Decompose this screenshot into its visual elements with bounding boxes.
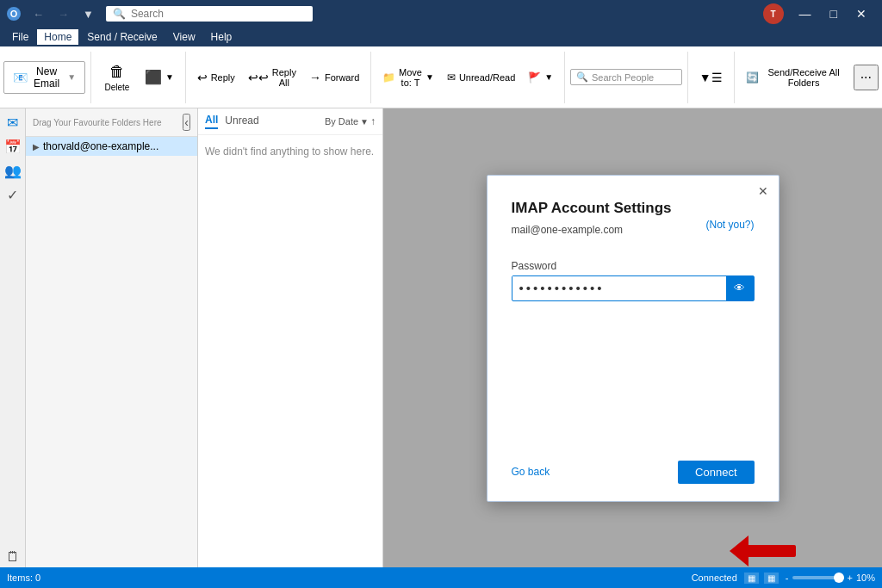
zoom-slider[interactable] xyxy=(792,576,844,579)
dialog-close-button[interactable]: ✕ xyxy=(755,183,772,200)
tab-unread[interactable]: Unread xyxy=(225,115,258,128)
unread-icon: ✉ xyxy=(447,71,456,84)
search-people-icon: 🔍 xyxy=(576,71,588,83)
menu-bar: File Home Send / Receive View Help xyxy=(0,28,882,46)
sidebar-item-calendar[interactable]: 📅 xyxy=(3,136,23,157)
move-to-button[interactable]: 📁 Move to: T ▼ xyxy=(376,63,440,92)
dialog-title: IMAP Account Settings xyxy=(512,200,755,217)
menu-home[interactable]: Home xyxy=(37,29,78,45)
window-controls: — □ ✕ xyxy=(791,3,875,24)
dialog-email: mail@one-example.com xyxy=(512,224,624,236)
sidebar-item-tasks[interactable]: ✓ xyxy=(3,184,23,205)
flag-icon: 🚩 xyxy=(528,71,541,84)
menu-view[interactable]: View xyxy=(166,29,202,45)
folder-item-label: thorvald@one-example... xyxy=(43,140,158,152)
maximize-button[interactable]: □ xyxy=(822,3,846,24)
sidebar-item-people[interactable]: 👥 xyxy=(3,160,23,181)
menu-send-receive[interactable]: Send / Receive xyxy=(80,29,164,45)
password-toggle-button[interactable]: 👁 xyxy=(726,276,754,300)
reply-icon: ↩ xyxy=(197,71,208,84)
filter-button[interactable]: ▼☰ xyxy=(693,66,729,89)
zoom-thumb xyxy=(834,573,844,583)
status-icon-2[interactable]: ▦ xyxy=(764,573,779,584)
search-people-bar[interactable]: 🔍 Search People xyxy=(570,69,682,85)
password-input[interactable] xyxy=(512,276,726,300)
drag-folders-text: Drag Your Favourite Folders Here xyxy=(33,118,162,127)
flag-button[interactable]: 🚩 ▼ xyxy=(522,67,559,88)
status-bar: Items: 0 Connected ▦ ▦ - + 10% xyxy=(0,567,882,588)
connect-button[interactable]: Connect xyxy=(678,461,754,484)
delete-icon: 🗑 xyxy=(109,63,125,81)
zoom-out-icon[interactable]: - xyxy=(786,573,789,583)
close-button[interactable]: ✕ xyxy=(848,3,875,24)
move-to-icon: 📁 xyxy=(382,71,395,84)
forward-btn[interactable]: → xyxy=(53,6,74,22)
sidebar: ✉ 📅 👥 ✓ 🗒 xyxy=(0,108,26,567)
sort-direction-icon[interactable]: ↑ xyxy=(370,115,376,127)
status-icon-1[interactable]: ▦ xyxy=(744,573,759,584)
folder-panel: Drag Your Favourite Folders Here ‹ ▶ tho… xyxy=(26,108,198,567)
password-row: 👁 xyxy=(512,275,755,301)
password-label: Password xyxy=(512,260,755,272)
avatar: T xyxy=(763,3,784,24)
search-icon: 🔍 xyxy=(113,8,126,20)
reply-all-icon: ↩↩ xyxy=(248,71,269,84)
back-btn[interactable]: ← xyxy=(28,6,49,22)
more-options-button[interactable]: ··· xyxy=(854,65,879,90)
sync-icon: 🔄 xyxy=(746,71,759,84)
reply-all-button[interactable]: ↩↩ Reply All xyxy=(242,63,302,92)
modal-overlay: ✕ IMAP Account Settings mail@one-example… xyxy=(383,108,882,567)
zoom-in-icon[interactable]: + xyxy=(848,573,853,583)
go-back-button[interactable]: Go back xyxy=(512,466,550,478)
ribbon-sep-3 xyxy=(370,52,371,103)
move-dropdown[interactable]: ▼ xyxy=(425,72,434,82)
title-bar-left: O ← → ▼ 🔍 xyxy=(7,6,313,22)
ribbon-new-group: 📧 New Email ▼ xyxy=(3,61,85,94)
minimize-button[interactable]: — xyxy=(791,3,820,24)
title-search-bar[interactable]: 🔍 xyxy=(106,6,313,22)
folder-item-account[interactable]: ▶ thorvald@one-example... xyxy=(26,137,197,156)
content-area: ✕ IMAP Account Settings mail@one-example… xyxy=(383,108,882,567)
forward-button[interactable]: → Forward xyxy=(303,66,365,89)
connection-status: Connected xyxy=(692,573,737,583)
send-receive-all-button[interactable]: 🔄 Send/Receive All Folders xyxy=(740,63,852,92)
sort-button[interactable]: By Date ▼ ↑ xyxy=(325,115,376,127)
ribbon-delete-group: 🗑 Delete ⬛ ▼ xyxy=(96,59,180,96)
forward-icon: → xyxy=(309,71,321,84)
dialog-footer: Go back Connect xyxy=(488,447,779,501)
move-icons-button[interactable]: ⬛ ▼ xyxy=(139,65,180,90)
sort-label: By Date xyxy=(325,116,358,127)
new-email-button[interactable]: 📧 New Email ▼ xyxy=(3,61,85,94)
zoom-level: 10% xyxy=(856,573,875,583)
dialog-email-row: mail@one-example.com (Not you?) xyxy=(512,224,755,239)
items-count: Items: 0 xyxy=(7,573,40,583)
unread-read-button[interactable]: ✉ Unread/Read xyxy=(441,67,521,88)
flag-dropdown[interactable]: ▼ xyxy=(544,72,553,82)
delete-button[interactable]: 🗑 Delete xyxy=(96,59,138,96)
new-email-dropdown[interactable]: ▼ xyxy=(67,72,76,82)
sort-dropdown-icon: ▼ xyxy=(360,117,369,127)
sidebar-item-mail[interactable]: ✉ xyxy=(3,112,23,133)
sidebar-item-notes[interactable]: 🗒 xyxy=(3,547,23,567)
main-layout: ✉ 📅 👥 ✓ 🗒 Drag Your Favourite Folders He… xyxy=(0,108,882,567)
ribbon-sep-4 xyxy=(564,52,565,103)
tab-all[interactable]: All xyxy=(205,114,218,129)
new-email-icon: 📧 xyxy=(13,71,28,84)
email-empty-message: We didn't find anything to show here. xyxy=(198,135,382,168)
dialog-content: IMAP Account Settings mail@one-example.c… xyxy=(488,176,779,447)
imap-dialog: ✕ IMAP Account Settings mail@one-example… xyxy=(487,175,780,502)
ribbon-sep-2 xyxy=(185,52,186,103)
collapse-panel-button[interactable]: ‹ xyxy=(183,114,190,131)
not-you-link[interactable]: (Not you?) xyxy=(705,219,754,231)
reply-button[interactable]: ↩ Reply xyxy=(191,66,241,89)
more-nav-btn[interactable]: ▼ xyxy=(78,6,99,22)
menu-help[interactable]: Help xyxy=(204,29,239,45)
title-bar: O ← → ▼ 🔍 T — □ ✕ xyxy=(0,0,882,28)
title-bar-right: T — □ ✕ xyxy=(763,3,875,24)
menu-file[interactable]: File xyxy=(5,29,35,45)
zoom-bar: - + 10% xyxy=(786,573,875,583)
ribbon-sep-6 xyxy=(734,52,735,103)
ribbon-reply-group: ↩ Reply ↩↩ Reply All → Forward xyxy=(191,63,366,92)
title-search-input[interactable] xyxy=(131,8,303,20)
chevron-down-icon[interactable]: ▼ xyxy=(165,72,174,82)
